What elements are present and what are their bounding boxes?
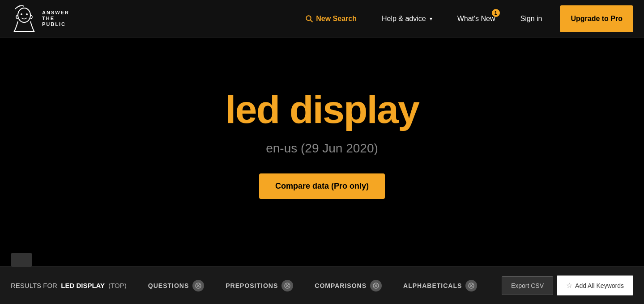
results-suffix: (TOP)	[108, 282, 127, 289]
header: ANSWER THE PUBLIC New Search Help & advi…	[0, 0, 644, 38]
svg-point-0	[18, 8, 30, 22]
whats-new-nav-item[interactable]: What's New 1	[445, 0, 508, 38]
comparisons-tab-icon	[370, 280, 382, 291]
signin-label: Sign in	[520, 15, 542, 23]
prepositions-settings-icon	[284, 283, 290, 289]
alphabeticals-tab-icon	[465, 280, 477, 291]
tab-questions[interactable]: QUESTIONS	[137, 267, 215, 304]
partial-btn	[11, 253, 32, 266]
chevron-down-icon: ▾	[430, 16, 432, 22]
tab-actions: Export CSV ☆ Add All Keywords	[502, 275, 633, 296]
logo-text-the: THE	[42, 16, 69, 21]
bottom-bar: RESULTS FOR LED DISPLAY (TOP) QUESTIONS …	[0, 266, 644, 304]
logo-area[interactable]: ANSWER THE PUBLIC	[11, 5, 69, 32]
new-search-nav-item[interactable]: New Search	[293, 0, 369, 38]
logo-text-public: PUBLIC	[42, 21, 69, 27]
main-nav: New Search Help & advice ▾ What's New 1 …	[293, 0, 633, 38]
tab-prepositions[interactable]: PREPOSITIONS	[215, 267, 304, 304]
prepositions-label: PREPOSITIONS	[226, 282, 278, 289]
questions-tab-icon	[192, 280, 204, 291]
svg-point-1	[21, 13, 22, 15]
partial-element	[11, 253, 32, 266]
svg-point-3	[306, 16, 311, 21]
results-keyword: LED DISPLAY	[61, 282, 105, 289]
alphabeticals-settings-icon	[468, 283, 474, 289]
hero-subtitle: en-us (29 Jun 2020)	[266, 141, 378, 156]
help-advice-label: Help & advice	[382, 15, 426, 23]
alphabeticals-label: ALPHABETICALS	[403, 282, 462, 289]
add-keywords-label: Add All Keywords	[575, 282, 624, 289]
logo-text-answer: ANSWER	[42, 10, 69, 16]
svg-point-2	[26, 13, 28, 15]
questions-label: QUESTIONS	[148, 282, 189, 289]
results-label: RESULTS FOR LED DISPLAY (TOP)	[11, 282, 127, 289]
hero-section: led display en-us (29 Jun 2020) Compare …	[0, 38, 644, 257]
svg-line-4	[310, 20, 312, 22]
signin-nav-item[interactable]: Sign in	[508, 0, 555, 38]
comparisons-label: COMPARISONS	[315, 282, 367, 289]
logo-icon	[11, 5, 38, 32]
compare-data-button[interactable]: Compare data (Pro only)	[259, 173, 385, 199]
whats-new-label: What's New	[457, 15, 495, 23]
prepositions-tab-icon	[281, 280, 293, 291]
tab-alphabeticals[interactable]: ALPHABETICALS	[392, 267, 488, 304]
tab-comparisons[interactable]: COMPARISONS	[304, 267, 392, 304]
tab-navigation: QUESTIONS PREPOSITIONS COMPARISONS	[137, 267, 502, 304]
hero-title: led display	[225, 87, 419, 132]
search-icon	[305, 15, 313, 23]
tab-settings-icon	[195, 283, 201, 289]
export-csv-button[interactable]: Export CSV	[502, 276, 553, 295]
upgrade-button[interactable]: Upgrade to Pro	[560, 5, 633, 32]
notification-badge: 1	[492, 9, 500, 17]
add-all-keywords-button[interactable]: ☆ Add All Keywords	[557, 275, 633, 296]
results-prefix: RESULTS FOR	[11, 282, 57, 289]
comparisons-settings-icon	[373, 283, 379, 289]
help-advice-nav-item[interactable]: Help & advice ▾	[369, 0, 445, 38]
star-icon: ☆	[566, 281, 572, 290]
new-search-label: New Search	[316, 15, 357, 23]
